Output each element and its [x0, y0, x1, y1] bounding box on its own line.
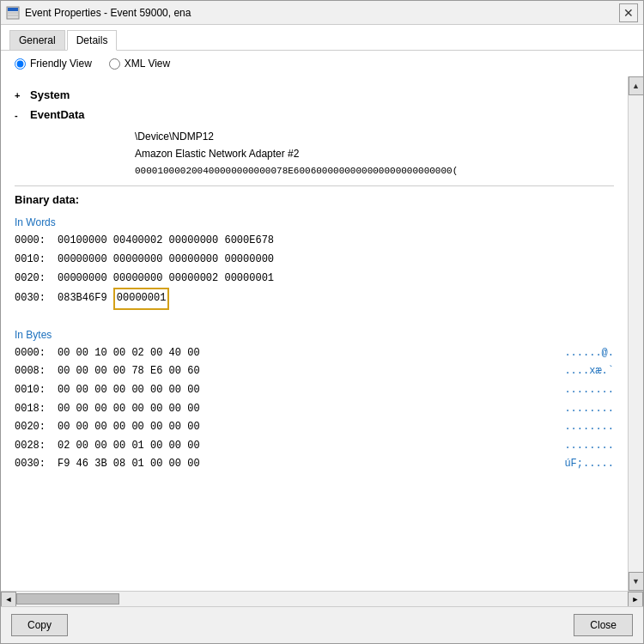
byte-addr-1: 0008: [15, 362, 58, 381]
scroll-left-button[interactable]: ◄ [1, 592, 16, 607]
scroll-thumb-horizontal [16, 593, 119, 605]
byte-line-2: 0010: 00 00 00 00 00 00 00 00 ........ [15, 381, 614, 400]
system-label: System [30, 88, 70, 101]
byte-line-1: 0008: 00 00 00 00 78 E6 00 60 ....xæ.` [15, 362, 614, 381]
byte-vals-2: 00 00 00 00 00 00 00 00 [58, 381, 554, 400]
svg-rect-1 [8, 8, 18, 11]
main-content[interactable]: + System - EventData \Device\NDMP12 Amaz… [1, 76, 628, 591]
close-button[interactable]: Close [574, 614, 633, 636]
word-addr-0: 0000: [15, 232, 58, 251]
scroll-up-button[interactable]: ▲ [629, 76, 644, 95]
system-toggle: + [15, 90, 27, 100]
tab-details[interactable]: Details [67, 30, 118, 51]
byte-vals-4: 00 00 00 00 00 00 00 00 [58, 418, 554, 437]
byte-vals-0: 00 00 10 00 02 00 40 00 [58, 344, 554, 363]
content-area: + System - EventData \Device\NDMP12 Amaz… [1, 76, 643, 591]
tab-bar: General Details [1, 25, 643, 51]
in-bytes-label: In Bytes [15, 329, 614, 341]
byte-addr-4: 0020: [15, 418, 58, 437]
scroll-track-vertical[interactable] [629, 95, 643, 572]
binary-label: Binary data: [15, 193, 614, 206]
in-words-label: In Words [15, 216, 614, 228]
word-line-0: 0000: 00100000 00400002 00000000 6000E67… [15, 232, 614, 251]
byte-ascii-2: ........ [564, 381, 614, 400]
byte-ascii-1: ....xæ.` [564, 362, 614, 381]
dialog-window: Event Properties - Event 59000, ena ✕ Ge… [0, 0, 644, 644]
byte-vals-1: 00 00 00 00 78 E6 00 60 [58, 362, 554, 381]
byte-line-5: 0028: 02 00 00 00 01 00 00 00 ........ [15, 437, 614, 456]
separator [15, 185, 614, 186]
system-section-header[interactable]: + System [15, 85, 614, 105]
scroll-right-button[interactable]: ► [628, 592, 643, 607]
hex-bytes-data: 0000: 00 00 10 00 02 00 40 00 ......@. 0… [15, 344, 614, 474]
byte-vals-3: 00 00 00 00 00 00 00 00 [58, 400, 554, 419]
word-vals-0: 00100000 00400002 00000000 6000E678 [58, 232, 614, 251]
friendly-view-label: Friendly View [30, 58, 92, 70]
word-addr-1: 0010: [15, 251, 58, 270]
byte-line-0: 0000: 00 00 10 00 02 00 40 00 ......@. [15, 344, 614, 363]
tab-general[interactable]: General [9, 30, 65, 50]
byte-vals-5: 02 00 00 00 01 00 00 00 [58, 437, 554, 456]
word-line-2: 0020: 00000000 00000000 00000002 0000000… [15, 270, 614, 289]
scroll-down-button[interactable]: ▼ [629, 572, 644, 591]
byte-ascii-6: úF;..... [564, 455, 614, 474]
eventdata-content: \Device\NDMP12 Amazon Elastic Network Ad… [15, 128, 614, 179]
scroll-track-horizontal[interactable] [16, 592, 628, 606]
eventdata-section-header[interactable]: - EventData [15, 105, 614, 125]
title-bar: Event Properties - Event 59000, ena ✕ [1, 1, 643, 25]
word-addr-2: 0020: [15, 270, 58, 289]
xml-view-radio[interactable] [109, 58, 120, 70]
close-x-button[interactable]: ✕ [619, 3, 638, 22]
word-vals-3: 083B46F9 00000001 [58, 288, 614, 310]
byte-addr-0: 0000: [15, 344, 58, 363]
horizontal-scrollbar: ◄ ► [1, 591, 643, 606]
dialog-icon [6, 6, 20, 20]
word-vals-2: 00000000 00000000 00000002 00000001 [58, 270, 614, 289]
friendly-view-radio[interactable] [15, 58, 26, 70]
byte-line-3: 0018: 00 00 00 00 00 00 00 00 ........ [15, 400, 614, 419]
eventdata-label: EventData [30, 108, 85, 121]
byte-ascii-4: ........ [564, 418, 614, 437]
byte-addr-5: 0028: [15, 437, 58, 456]
byte-ascii-3: ........ [564, 400, 614, 419]
eventdata-toggle: - [15, 110, 27, 120]
byte-addr-6: 0030: [15, 455, 58, 474]
eventdata-line-1: \Device\NDMP12 [135, 128, 614, 145]
view-options: Friendly View XML View [1, 51, 643, 76]
byte-addr-3: 0018: [15, 400, 58, 419]
byte-line-4: 0020: 00 00 00 00 00 00 00 00 ........ [15, 418, 614, 437]
byte-ascii-0: ......@. [564, 344, 614, 363]
byte-line-6: 0030: F9 46 3B 08 01 00 00 00 úF;..... [15, 455, 614, 474]
word-line-3: 0030: 083B46F9 00000001 [15, 288, 614, 310]
word-vals-1: 00000000 00000000 00000000 00000000 [58, 251, 614, 270]
footer: Copy Close [1, 606, 643, 643]
word-addr-3: 0030: [15, 289, 58, 308]
hex-words-data: 0000: 00100000 00400002 00000000 6000E67… [15, 232, 614, 309]
byte-addr-2: 0010: [15, 381, 58, 400]
hex-highlighted-value: 00000001 [113, 288, 170, 310]
eventdata-line-3: 000010000200400000000000078E600600000000… [135, 163, 614, 179]
copy-button[interactable]: Copy [11, 614, 68, 636]
byte-vals-6: F9 46 3B 08 01 00 00 00 [58, 455, 554, 474]
title-text: Event Properties - Event 59000, ena [25, 7, 191, 19]
xml-view-option[interactable]: XML View [109, 58, 170, 70]
friendly-view-option[interactable]: Friendly View [15, 58, 92, 70]
xml-view-label: XML View [125, 58, 170, 70]
word-line-1: 0010: 00000000 00000000 00000000 0000000… [15, 251, 614, 270]
vertical-scrollbar: ▲ ▼ [628, 76, 643, 591]
byte-ascii-5: ........ [564, 437, 614, 456]
eventdata-line-2: Amazon Elastic Network Adapter #2 [135, 145, 614, 162]
